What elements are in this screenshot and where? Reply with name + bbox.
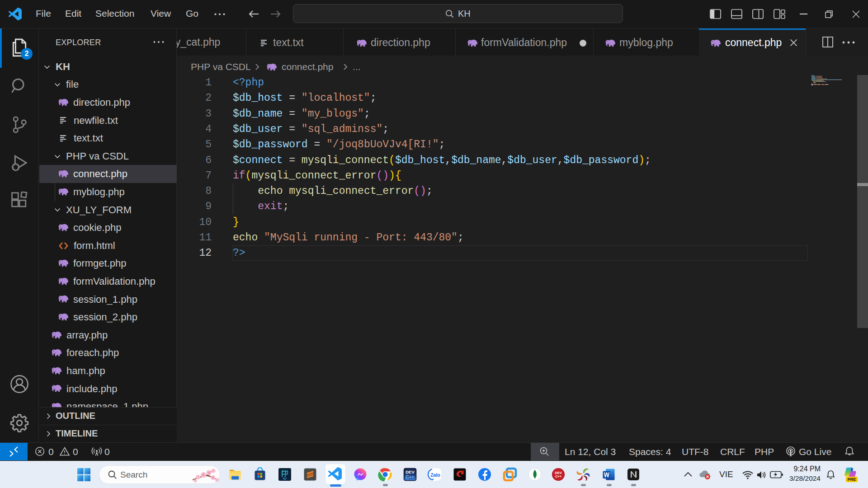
svg-text:Zalo: Zalo (430, 472, 440, 478)
svg-text:DEV: DEV (406, 469, 415, 474)
svg-text:C++: C++ (555, 474, 562, 479)
svg-text:C++: C++ (406, 474, 415, 479)
